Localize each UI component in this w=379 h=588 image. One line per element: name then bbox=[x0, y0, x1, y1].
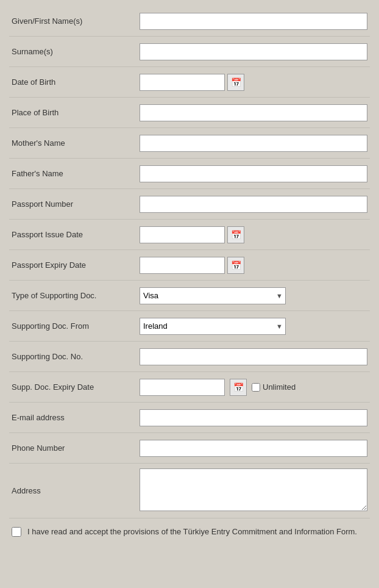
dob-date-wrapper: 📅 bbox=[140, 74, 367, 91]
given-name-label: Given/First Name(s) bbox=[12, 16, 140, 26]
address-input-wrapper bbox=[140, 468, 367, 513]
surname-row: Surname(s) bbox=[9, 37, 370, 67]
surname-input[interactable] bbox=[140, 43, 367, 60]
doc-from-select-container: Ireland United States United Kingdom Ger… bbox=[140, 318, 286, 335]
supporting-doc-no-input-wrapper bbox=[140, 348, 367, 365]
passport-expiry-input-wrapper: 📅 bbox=[140, 257, 367, 274]
dob-row: Date of Birth 📅 bbox=[9, 67, 370, 98]
fathers-name-label: Father's Name bbox=[12, 169, 140, 178]
email-label: E-mail address bbox=[12, 413, 140, 422]
given-name-input[interactable] bbox=[140, 13, 367, 30]
fathers-name-input-wrapper bbox=[140, 165, 367, 182]
passport-issue-input-wrapper: 📅 bbox=[140, 226, 367, 243]
email-input[interactable] bbox=[140, 409, 367, 426]
terms-checkbox[interactable] bbox=[12, 527, 21, 537]
phone-row: Phone Number bbox=[9, 433, 370, 464]
passport-number-row: Passport Number bbox=[9, 189, 370, 220]
supporting-doc-no-row: Supporting Doc. No. bbox=[9, 342, 370, 372]
passport-issue-calendar-button[interactable]: 📅 bbox=[227, 226, 244, 243]
supporting-doc-from-row: Supporting Doc. From Ireland United Stat… bbox=[9, 311, 370, 342]
supp-doc-expiry-input[interactable] bbox=[140, 379, 225, 396]
pob-input-wrapper bbox=[140, 104, 367, 121]
supp-doc-expiry-input-wrapper: 📅 Unlimited bbox=[140, 379, 367, 396]
given-name-row: Given/First Name(s) bbox=[9, 6, 370, 37]
address-textarea[interactable] bbox=[140, 468, 367, 511]
terms-row: I have read and accept the provisions of… bbox=[9, 518, 370, 545]
email-input-wrapper bbox=[140, 409, 367, 426]
unlimited-text: Unlimited bbox=[263, 382, 296, 392]
doc-from-select[interactable]: Ireland United States United Kingdom Ger… bbox=[140, 318, 286, 335]
supporting-doc-type-label: Type of Supporting Doc. bbox=[12, 291, 140, 300]
pob-input[interactable] bbox=[140, 104, 367, 121]
mothers-name-input-wrapper bbox=[140, 135, 367, 152]
supporting-doc-type-row: Type of Supporting Doc. Visa Residence P… bbox=[9, 281, 370, 311]
given-name-input-wrapper bbox=[140, 13, 367, 30]
passport-expiry-input[interactable] bbox=[140, 257, 225, 274]
supporting-doc-no-input[interactable] bbox=[140, 348, 367, 365]
email-row: E-mail address bbox=[9, 403, 370, 433]
terms-text: I have read and accept the provisions of… bbox=[27, 526, 357, 538]
supp-doc-expiry-calendar-button[interactable]: 📅 bbox=[230, 379, 247, 396]
surname-label: Surname(s) bbox=[12, 47, 140, 56]
passport-expiry-calendar-button[interactable]: 📅 bbox=[227, 257, 244, 274]
surname-input-wrapper bbox=[140, 43, 367, 60]
fathers-name-row: Father's Name bbox=[9, 159, 370, 189]
passport-issue-input[interactable] bbox=[140, 226, 225, 243]
supp-doc-expiry-label: Supp. Doc. Expiry Date bbox=[12, 382, 140, 392]
supp-doc-expiry-row: Supp. Doc. Expiry Date 📅 Unlimited bbox=[9, 372, 370, 403]
supp-expiry-wrapper: 📅 Unlimited bbox=[140, 379, 367, 396]
passport-expiry-date-wrapper: 📅 bbox=[140, 257, 367, 274]
pob-row: Place of Birth bbox=[9, 98, 370, 128]
passport-issue-date-wrapper: 📅 bbox=[140, 226, 367, 243]
passport-issue-row: Passport Issue Date 📅 bbox=[9, 220, 370, 250]
passport-number-input[interactable] bbox=[140, 196, 367, 213]
address-label: Address bbox=[12, 486, 140, 495]
dob-label: Date of Birth bbox=[12, 77, 140, 87]
phone-input-wrapper bbox=[140, 440, 367, 457]
unlimited-checkbox[interactable] bbox=[252, 383, 260, 392]
mothers-name-input[interactable] bbox=[140, 135, 367, 152]
passport-issue-label: Passport Issue Date bbox=[12, 230, 140, 239]
phone-label: Phone Number bbox=[12, 443, 140, 453]
phone-input[interactable] bbox=[140, 440, 367, 457]
supporting-doc-from-label: Supporting Doc. From bbox=[12, 321, 140, 331]
passport-number-input-wrapper bbox=[140, 196, 367, 213]
dob-input[interactable] bbox=[140, 74, 225, 91]
form-container: Given/First Name(s) Surname(s) Date of B… bbox=[0, 0, 379, 551]
passport-expiry-label: Passport Expiry Date bbox=[12, 260, 140, 270]
pob-label: Place of Birth bbox=[12, 108, 140, 117]
address-row: Address bbox=[9, 464, 370, 518]
supporting-doc-type-select-wrapper: Visa Residence Permit Other ▼ bbox=[140, 287, 367, 304]
passport-number-label: Passport Number bbox=[12, 199, 140, 209]
dob-calendar-button[interactable]: 📅 bbox=[227, 74, 244, 91]
mothers-name-row: Mother's Name bbox=[9, 128, 370, 159]
dob-input-wrapper: 📅 bbox=[140, 74, 367, 91]
doc-type-select-container: Visa Residence Permit Other ▼ bbox=[140, 287, 286, 304]
passport-expiry-row: Passport Expiry Date 📅 bbox=[9, 250, 370, 281]
fathers-name-input[interactable] bbox=[140, 165, 367, 182]
doc-type-select[interactable]: Visa Residence Permit Other bbox=[140, 287, 286, 304]
supporting-doc-from-select-wrapper: Ireland United States United Kingdom Ger… bbox=[140, 318, 367, 335]
mothers-name-label: Mother's Name bbox=[12, 138, 140, 148]
supporting-doc-no-label: Supporting Doc. No. bbox=[12, 352, 140, 361]
unlimited-label-wrapper[interactable]: Unlimited bbox=[252, 382, 296, 392]
